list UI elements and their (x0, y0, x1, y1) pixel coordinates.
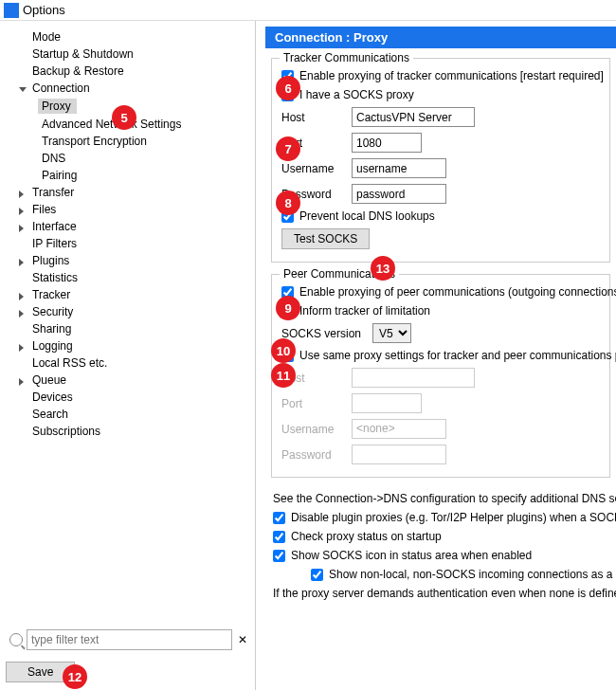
lbl-show-nonlocal: Show non-local, non-SOCKS incoming conne… (329, 568, 613, 581)
callout-11: 11 (271, 363, 296, 388)
chk-check-startup[interactable] (273, 531, 285, 543)
note-dns: See the Connection->DNS configuration to… (273, 489, 608, 508)
tracker-group-title: Tracker Communications (280, 51, 413, 64)
nav-queue[interactable]: Queue (13, 372, 251, 389)
nav-transfer[interactable]: Transfer (13, 184, 251, 201)
input-peer-user: <none> (352, 419, 446, 439)
input-peer-port (352, 393, 422, 413)
nav-tracker[interactable]: Tracker (13, 286, 251, 303)
nav-proxy-label: Proxy (38, 99, 77, 114)
lbl-disable-plugin: Disable plugin proxies (e.g. Tor/I2P Hel… (291, 511, 616, 524)
nav-connection[interactable]: Connection (13, 80, 251, 97)
input-port[interactable] (352, 133, 422, 153)
callout-13: 13 (371, 256, 395, 281)
select-socks-ver[interactable]: V5 (372, 323, 411, 343)
page-title: Connection : Proxy (265, 27, 616, 48)
nav-localrss[interactable]: Local RSS etc. (13, 354, 251, 372)
callout-9: 9 (276, 296, 300, 320)
lbl-enable-tracker-proxy: Enable proxying of tracker communication… (299, 69, 604, 82)
note-auth: If the proxy server demands authenticati… (273, 584, 608, 603)
lbl-have-socks: I have a SOCKS proxy (299, 88, 414, 101)
nav-transport-enc[interactable]: Transport Encryption (13, 133, 251, 150)
titlebar: Options (0, 0, 616, 21)
callout-10: 10 (271, 338, 296, 363)
chk-show-icon[interactable] (273, 550, 285, 562)
nav-devices[interactable]: Devices (13, 389, 251, 406)
lbl-enable-peer-proxy: Enable proxying of peer communications (… (299, 285, 616, 299)
nav-startup[interactable]: Startup & Shutdown (13, 45, 251, 63)
filter-input[interactable] (27, 629, 232, 650)
callout-7: 7 (276, 136, 300, 161)
main: Mode Startup & Shutdown Backup & Restore… (0, 21, 616, 690)
nav-mode[interactable]: Mode (13, 28, 251, 45)
extra-section: See the Connection->DNS configuration to… (265, 489, 616, 603)
lbl-peer-user: Username (281, 423, 346, 436)
lbl-host: Host (281, 111, 346, 124)
lbl-username: Username (281, 162, 346, 175)
callout-8: 8 (276, 191, 300, 215)
lbl-socks-ver: SOCKS version (281, 327, 361, 340)
callout-5: 5 (112, 105, 136, 130)
window-title: Options (23, 3, 65, 17)
nav-ipfilters[interactable]: IP Filters (13, 235, 251, 252)
content-pane: Connection : Proxy Tracker Communication… (256, 21, 616, 690)
chk-show-nonlocal[interactable] (311, 569, 323, 581)
tracker-group: Tracker Communications Enable proxying o… (271, 58, 610, 263)
nav-sharing[interactable]: Sharing (13, 320, 251, 337)
nav-subscriptions[interactable]: Subscriptions (13, 423, 251, 440)
input-password[interactable] (352, 184, 446, 204)
search-icon (9, 633, 23, 646)
clear-filter-icon[interactable]: ✕ (236, 633, 249, 646)
input-peer-host (352, 368, 475, 388)
nav-files[interactable]: Files (13, 201, 251, 218)
lbl-peer-port: Port (281, 397, 346, 410)
nav-backup[interactable]: Backup & Restore (13, 63, 251, 80)
nav-statistics[interactable]: Statistics (13, 269, 251, 286)
test-socks-button[interactable]: Test SOCKS (281, 228, 370, 249)
peer-group: Peer Communications Enable proxying of p… (271, 274, 610, 478)
nav-interface[interactable]: Interface (13, 218, 251, 235)
nav-logging[interactable]: Logging (13, 337, 251, 354)
app-icon (4, 3, 19, 18)
callout-6: 6 (276, 76, 300, 100)
chk-disable-plugin[interactable] (273, 512, 285, 524)
nav-plugins[interactable]: Plugins (13, 252, 251, 269)
nav-dns[interactable]: DNS (13, 150, 251, 167)
lbl-inform-tracker: Inform tracker of limitation (299, 304, 430, 318)
callout-12: 12 (63, 664, 87, 689)
nav-search[interactable]: Search (13, 406, 251, 423)
lbl-prevent-dns: Prevent local DNS lookups (299, 209, 435, 223)
lbl-show-icon: Show SOCKS icon in status area when enab… (291, 549, 532, 562)
nav-security[interactable]: Security (13, 303, 251, 320)
lbl-same-settings: Use same proxy settings for tracker and … (299, 349, 616, 362)
input-username[interactable] (352, 158, 446, 178)
input-peer-pass (352, 445, 446, 464)
lbl-peer-pass: Password (281, 448, 346, 462)
nav-pairing[interactable]: Pairing (13, 167, 251, 184)
filter-row: ✕ (4, 624, 251, 656)
lbl-check-startup: Check proxy status on startup (291, 530, 442, 543)
input-host[interactable] (352, 107, 475, 127)
